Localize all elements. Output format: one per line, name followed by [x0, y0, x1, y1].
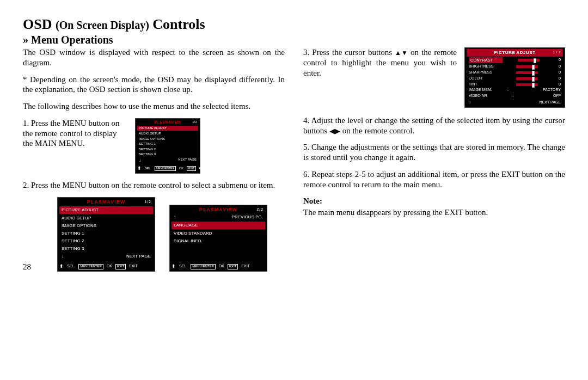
slider-bar — [516, 65, 538, 68]
following-text: The following describes how to use the m… — [23, 101, 285, 112]
title-paren: (On Screen Display) — [56, 19, 149, 31]
down-triangle-icon — [401, 47, 408, 58]
page-number: 28 — [23, 262, 31, 272]
step2-text: 2. Press the MENU button on the remote c… — [23, 180, 285, 191]
updown-icon — [171, 263, 176, 269]
osd-thumbnail-main-menu: PLASMAVIEW1/2 PICTURE ADJUST AUDIO SETUP… — [135, 118, 200, 174]
step4-text: 4. Adjust the level or change the settin… — [303, 115, 565, 136]
slider-bar — [516, 83, 538, 86]
down-arrow-icon — [62, 254, 64, 259]
left-column: The OSD window is displayed with respect… — [23, 47, 285, 369]
up-triangle-icon — [395, 47, 401, 58]
step3-text: 3. Press the cursor buttons on the remot… — [303, 47, 457, 78]
down-arrow-icon — [139, 158, 141, 163]
step6-text: 6. Repeat steps 2-5 to adjust an additio… — [303, 169, 565, 190]
title-main: OSD — [23, 16, 52, 32]
right-triangle-icon — [335, 126, 340, 136]
step5-text: 5. Change the adjustments or the setting… — [303, 142, 565, 163]
star-note: * Depending on the screen's mode, the OS… — [23, 75, 285, 95]
updown-icon — [59, 263, 64, 269]
page-title: OSD (On Screen Display) Controls — [23, 16, 565, 33]
title-tail: Controls — [152, 16, 205, 32]
note-text: The main menu disappears by pressing the… — [303, 207, 565, 218]
section-heading: » Menu Operations — [23, 34, 565, 46]
updown-icon — [137, 166, 142, 171]
right-column: 3. Press the cursor buttons on the remot… — [303, 47, 565, 369]
osd-menu-page1: PLASMAVIEW1/2 PICTURE ADJUST AUDIO SETUP… — [57, 197, 155, 272]
slider-bar — [518, 59, 540, 62]
left-triangle-icon — [329, 126, 335, 136]
osd-menu-page2: PLASMAVIEW2/2 PREVIOUS PG. LANGUAGE VIDE… — [169, 205, 267, 272]
note-label: Note: — [303, 196, 565, 206]
up-arrow-icon — [174, 214, 176, 220]
down-arrow-icon — [469, 100, 471, 105]
slider-bar — [516, 71, 538, 74]
step1-text: 1. Press the MENU button on the remote c… — [23, 118, 125, 149]
osd-picture-adjust: PICTURE ADJUST1 / 2 CONTRAST0 BRIGHTNESS… — [464, 47, 565, 108]
slider-bar — [516, 77, 538, 80]
intro-text: The OSD window is displayed with respect… — [23, 47, 285, 68]
